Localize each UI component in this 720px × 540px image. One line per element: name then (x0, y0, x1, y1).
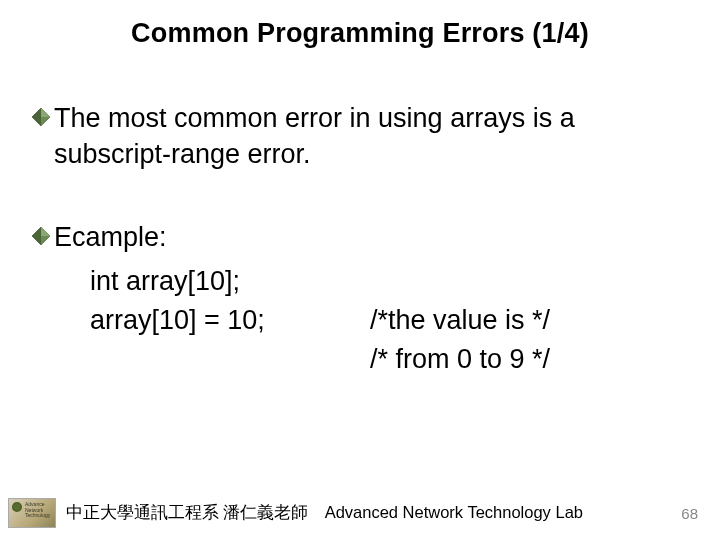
footer-org: 中正大學通訊工程系 潘仁義老師 (66, 503, 308, 522)
code-line: array[10] = 10; /*the value is */ (90, 301, 692, 340)
code-comment: /* from 0 to 9 */ (370, 340, 692, 379)
svg-marker-2 (32, 108, 41, 126)
slide: Common Programming Errors (1/4) The most… (0, 0, 720, 540)
bullet-text: The most common error in using arrays is… (54, 101, 692, 172)
page-number: 68 (681, 505, 702, 522)
footer-lab: Advanced Network Technology Lab (325, 503, 583, 521)
bullet-item: Ecample: (32, 220, 692, 256)
slide-footer: Advance Network Technology 中正大學通訊工程系 潘仁義… (0, 498, 720, 528)
svg-marker-3 (41, 108, 50, 117)
bullet-item: The most common error in using arrays is… (32, 101, 692, 172)
diamond-bullet-icon (32, 227, 50, 245)
code-block: int array[10]; array[10] = 10; /*the val… (90, 262, 692, 340)
code-assignment: array[10] = 10; (90, 301, 370, 340)
svg-marker-6 (32, 227, 41, 245)
diamond-bullet-icon (32, 108, 50, 126)
footer-text: 中正大學通訊工程系 潘仁義老師 Advanced Network Technol… (66, 502, 681, 524)
code-comment: /*the value is */ (370, 301, 550, 340)
lab-logo-icon: Advance Network Technology (8, 498, 56, 528)
code-declaration: int array[10]; (90, 262, 370, 301)
logo-line: Technology (25, 512, 50, 518)
code-line: int array[10]; (90, 262, 692, 301)
bullet-text: Ecample: (54, 220, 167, 256)
slide-title: Common Programming Errors (1/4) (28, 18, 692, 49)
logo-text: Advance Network Technology (25, 502, 50, 519)
slide-content: The most common error in using arrays is… (28, 101, 692, 379)
